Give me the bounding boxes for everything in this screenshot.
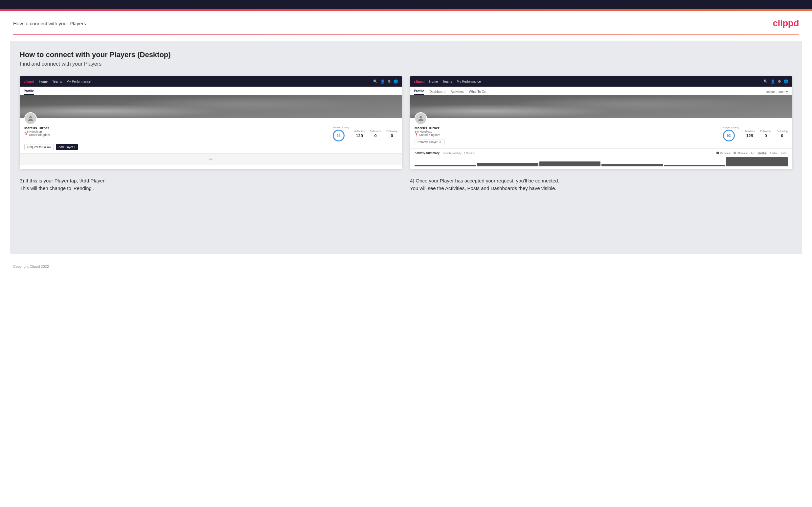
screenshots-row: clippd Home Teams My Performance 🔍 👤 ⚙ 🌐… — [20, 76, 792, 169]
quality-circle-2: 92 — [723, 130, 735, 142]
screenshot1-navbar: clippd Home Teams My Performance 🔍 👤 ⚙ 🌐 — [20, 76, 402, 87]
search-icon[interactable]: 🔍 — [373, 79, 378, 84]
screenshot2-stats: Player Quality 92 Activities 129 Followe… — [723, 126, 788, 142]
screenshot-left: clippd Home Teams My Performance 🔍 👤 ⚙ 🌐… — [20, 76, 402, 169]
footer: Copyright Clippd 2022 — [0, 260, 812, 273]
screenshot1-nav-performance[interactable]: My Performance — [67, 80, 91, 83]
user-icon-2[interactable]: 👤 — [771, 79, 775, 84]
period-1mth[interactable]: 1 mth — [779, 152, 788, 155]
activity-title: Activity Summary — [414, 151, 440, 155]
screenshot1-nav-icons: 🔍 👤 ⚙ 🌐 — [373, 79, 398, 84]
description-left-text: 3) If this is your Player tap, 'Add Play… — [20, 178, 107, 191]
screenshot1-player-info: Marcus Turner 1-5 Handicap 📍 United King… — [24, 118, 398, 142]
tab2-activities[interactable]: Activities — [451, 90, 463, 95]
location-icon-2: 📍 — [414, 133, 418, 136]
tab-right-user[interactable]: Marcus Turner ▼ — [766, 90, 789, 95]
top-bar — [0, 0, 812, 9]
screenshot1-stats: Player Quality 92 Activities 129 Followe… — [333, 126, 398, 142]
request-follow-button[interactable]: Request to Follow — [24, 144, 54, 150]
screenshot1-profile-bg — [20, 95, 402, 118]
stat-player-quality: Player Quality 92 — [333, 126, 349, 142]
location-icon: 📍 — [24, 133, 28, 136]
tab-profile[interactable]: Profile — [23, 89, 34, 95]
description-right-text: 4) Once your Player has accepted your re… — [410, 178, 559, 191]
description-left: 3) If this is your Player tap, 'Add Play… — [20, 177, 402, 192]
screenshot2-nav-performance[interactable]: My Performance — [457, 80, 481, 83]
stat2-following: Following 0 — [776, 130, 788, 138]
tab2-what-to-on[interactable]: What To On — [469, 90, 487, 95]
screenshot1-player-name: Marcus Turner — [24, 126, 327, 130]
screenshot2-logo: clippd — [414, 79, 424, 83]
screenshot1-nav-home[interactable]: Home — [39, 80, 48, 83]
header-divider — [13, 35, 799, 35]
settings-icon[interactable]: ⚙ — [388, 79, 391, 84]
search-icon-2[interactable]: 🔍 — [763, 79, 768, 84]
screenshot1-buttons: Request to Follow Add Player + — [24, 144, 398, 150]
bar-1 — [414, 165, 476, 166]
globe-icon-2[interactable]: 🌐 — [784, 79, 789, 84]
screenshot1-avatar — [24, 112, 37, 125]
edit-icon: ✏ — [209, 157, 213, 162]
screenshot2-navbar: clippd Home Teams My Performance 🔍 👤 ⚙ 🌐 — [410, 76, 792, 87]
page-header: How to connect with your Players clippd — [0, 11, 812, 35]
bar-3 — [539, 161, 601, 166]
activity-controls: On course Off course 1 yr 6 mths 3 mths … — [716, 152, 788, 155]
stat2-player-quality: Player Quality 92 — [723, 126, 740, 142]
period-6mths[interactable]: 6 mths — [757, 152, 767, 155]
globe-icon[interactable]: 🌐 — [394, 79, 398, 84]
activity-subtitle: Monthly Activity · 6 Months — [444, 152, 475, 155]
bar-5 — [664, 165, 725, 166]
tab2-dashboard[interactable]: Dashboard — [429, 90, 445, 95]
on-course-label: On course — [720, 152, 731, 154]
screenshot2-player-info: Marcus Turner 1-5 Handicap 📍 United King… — [414, 118, 788, 145]
screenshot2-handicap: 1-5 Handicap — [414, 130, 718, 133]
bar-4 — [601, 164, 663, 166]
remove-player-button[interactable]: Remove Player ✕ — [414, 139, 445, 145]
screenshot-right: clippd Home Teams My Performance 🔍 👤 ⚙ 🌐… — [410, 76, 792, 169]
add-player-button[interactable]: Add Player + — [56, 144, 78, 150]
description-right: 4) Once your Player has accepted your re… — [410, 177, 792, 192]
on-course-legend-dot — [716, 152, 719, 154]
page-title: How to connect with your Players — [13, 21, 86, 26]
screenshot2-nav-home[interactable]: Home — [429, 80, 438, 83]
screenshot1-tabbar: Profile — [20, 87, 402, 95]
svg-point-0 — [29, 116, 32, 118]
golf-bg-left — [20, 95, 402, 118]
user-icon[interactable]: 👤 — [380, 79, 385, 84]
stat2-followers: Followers 0 — [760, 130, 771, 138]
off-course-label: Off course — [738, 152, 748, 154]
screenshot1-logo: clippd — [23, 79, 34, 83]
screenshot1-profile-section: Marcus Turner 1-5 Handicap 📍 United King… — [20, 118, 402, 153]
period-1yr[interactable]: 1 yr — [749, 152, 756, 155]
activity-header: Activity Summary Monthly Activity · 6 Mo… — [414, 151, 788, 155]
bar-2 — [477, 163, 539, 166]
stat-following: Following 0 — [386, 130, 398, 138]
descriptions-row: 3) If this is your Player tap, 'Add Play… — [20, 177, 792, 192]
screenshot2-avatar — [414, 112, 427, 125]
tab2-profile[interactable]: Profile — [414, 89, 424, 95]
copyright-text: Copyright Clippd 2022 — [13, 265, 49, 269]
content-title: How to connect with your Players (Deskto… — [20, 51, 792, 59]
screenshot2-profile-section: Marcus Turner 1-5 Handicap 📍 United King… — [410, 118, 792, 148]
main-content: How to connect with your Players (Deskto… — [10, 41, 802, 254]
stat2-activities: Activities 129 — [744, 130, 755, 138]
screenshot2-nav-teams[interactable]: Teams — [443, 80, 452, 83]
screenshot1-nav-teams[interactable]: Teams — [52, 80, 62, 83]
quality-circle: 92 — [333, 130, 345, 142]
activity-summary-section: Activity Summary Monthly Activity · 6 Mo… — [410, 148, 792, 169]
screenshot2-player-name: Marcus Turner — [414, 126, 718, 130]
off-course-legend-dot — [733, 152, 736, 154]
screenshot1-handicap: 1-5 Handicap — [24, 130, 327, 133]
period-3mths[interactable]: 3 mths — [768, 152, 778, 155]
close-icon: ✕ — [439, 140, 442, 144]
screenshot1-bottom-strip: ✏ — [20, 153, 402, 165]
clippd-logo: clippd — [773, 18, 799, 29]
screenshot2-location: 📍 United Kingdom — [414, 133, 718, 136]
screenshot2-profile-bg — [410, 95, 792, 118]
golf-bg-right — [410, 95, 792, 118]
screenshot2-player-details: Marcus Turner 1-5 Handicap 📍 United King… — [414, 126, 718, 145]
settings-icon-2[interactable]: ⚙ — [778, 79, 781, 84]
activity-chart — [414, 157, 788, 166]
stat-activities: Activities 129 — [354, 130, 365, 138]
screenshot1-location: 📍 United Kingdom — [24, 133, 327, 136]
